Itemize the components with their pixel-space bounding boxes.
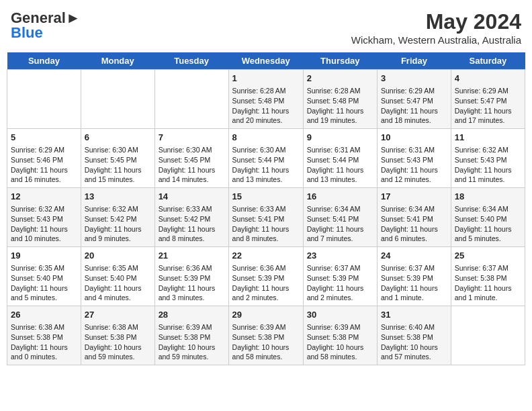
day-info: Sunrise: 6:35 AMSunset: 5:40 PMDaylight:…	[11, 263, 77, 303]
day-number: 10	[381, 132, 447, 144]
day-info: Sunrise: 6:33 AMSunset: 5:41 PMDaylight:…	[232, 204, 300, 244]
day-number: 25	[455, 250, 521, 262]
week-row-4: 19Sunrise: 6:35 AMSunset: 5:40 PMDayligh…	[7, 247, 525, 306]
table-cell: 2Sunrise: 6:28 AMSunset: 5:48 PMDaylight…	[303, 70, 377, 129]
logo: General► Blue	[11, 9, 81, 42]
day-info: Sunrise: 6:34 AMSunset: 5:40 PMDaylight:…	[455, 204, 521, 244]
day-info: Sunrise: 6:36 AMSunset: 5:39 PMDaylight:…	[159, 263, 225, 303]
table-cell: 7Sunrise: 6:30 AMSunset: 5:45 PMDaylight…	[154, 129, 228, 188]
day-number: 9	[307, 132, 373, 144]
table-cell	[81, 70, 154, 129]
day-number: 4	[455, 73, 521, 85]
day-info: Sunrise: 6:39 AMSunset: 5:38 PMDaylight:…	[159, 322, 225, 362]
table-cell: 1Sunrise: 6:28 AMSunset: 5:48 PMDaylight…	[228, 70, 303, 129]
table-cell: 18Sunrise: 6:34 AMSunset: 5:40 PMDayligh…	[451, 188, 525, 247]
day-info: Sunrise: 6:37 AMSunset: 5:39 PMDaylight:…	[381, 263, 447, 303]
day-info: Sunrise: 6:36 AMSunset: 5:39 PMDaylight:…	[232, 263, 300, 303]
day-number: 27	[85, 309, 151, 321]
day-number: 29	[232, 309, 300, 321]
header-friday: Friday	[378, 52, 451, 70]
week-row-1: 1Sunrise: 6:28 AMSunset: 5:48 PMDaylight…	[7, 70, 525, 129]
day-number: 8	[232, 132, 300, 144]
day-number: 21	[159, 250, 225, 262]
day-info: Sunrise: 6:28 AMSunset: 5:48 PMDaylight:…	[307, 86, 373, 126]
table-cell	[154, 70, 228, 129]
day-info: Sunrise: 6:35 AMSunset: 5:40 PMDaylight:…	[85, 263, 151, 303]
day-header-row: Sunday Monday Tuesday Wednesday Thursday…	[7, 52, 525, 70]
day-info: Sunrise: 6:38 AMSunset: 5:38 PMDaylight:…	[11, 322, 77, 362]
table-cell: 26Sunrise: 6:38 AMSunset: 5:38 PMDayligh…	[7, 306, 81, 365]
header-thursday: Thursday	[303, 52, 377, 70]
header-wednesday: Wednesday	[228, 52, 303, 70]
table-cell: 24Sunrise: 6:37 AMSunset: 5:39 PMDayligh…	[378, 247, 451, 306]
table-cell: 9Sunrise: 6:31 AMSunset: 5:44 PMDaylight…	[303, 129, 377, 188]
table-cell: 19Sunrise: 6:35 AMSunset: 5:40 PMDayligh…	[7, 247, 81, 306]
day-number: 24	[381, 250, 447, 262]
week-row-2: 5Sunrise: 6:29 AMSunset: 5:46 PMDaylight…	[7, 129, 525, 188]
day-number: 11	[455, 132, 521, 144]
day-info: Sunrise: 6:31 AMSunset: 5:44 PMDaylight:…	[307, 145, 373, 185]
day-number: 26	[11, 309, 77, 321]
table-cell: 13Sunrise: 6:32 AMSunset: 5:42 PMDayligh…	[81, 188, 154, 247]
day-number: 16	[307, 191, 373, 203]
day-number: 5	[11, 132, 77, 144]
week-row-3: 12Sunrise: 6:32 AMSunset: 5:43 PMDayligh…	[7, 188, 525, 247]
table-cell: 10Sunrise: 6:31 AMSunset: 5:43 PMDayligh…	[378, 129, 451, 188]
day-info: Sunrise: 6:32 AMSunset: 5:43 PMDaylight:…	[455, 145, 521, 185]
header-saturday: Saturday	[451, 52, 525, 70]
day-number: 23	[307, 250, 373, 262]
day-info: Sunrise: 6:39 AMSunset: 5:38 PMDaylight:…	[307, 322, 373, 362]
table-cell	[7, 70, 81, 129]
day-info: Sunrise: 6:32 AMSunset: 5:43 PMDaylight:…	[11, 204, 77, 244]
day-number: 30	[307, 309, 373, 321]
week-row-5: 26Sunrise: 6:38 AMSunset: 5:38 PMDayligh…	[7, 306, 525, 365]
day-info: Sunrise: 6:28 AMSunset: 5:48 PMDaylight:…	[232, 86, 300, 126]
day-info: Sunrise: 6:30 AMSunset: 5:45 PMDaylight:…	[85, 145, 151, 185]
table-cell: 22Sunrise: 6:36 AMSunset: 5:39 PMDayligh…	[228, 247, 303, 306]
day-number: 22	[232, 250, 300, 262]
day-number: 31	[381, 309, 447, 321]
day-number: 2	[307, 73, 373, 85]
calendar-subtitle: Wickham, Western Australia, Australia	[351, 34, 521, 46]
table-cell: 12Sunrise: 6:32 AMSunset: 5:43 PMDayligh…	[7, 188, 81, 247]
table-cell: 3Sunrise: 6:29 AMSunset: 5:47 PMDaylight…	[378, 70, 451, 129]
day-number: 6	[85, 132, 151, 144]
header-sunday: Sunday	[7, 52, 81, 70]
table-cell: 16Sunrise: 6:34 AMSunset: 5:41 PMDayligh…	[303, 188, 377, 247]
table-cell: 31Sunrise: 6:40 AMSunset: 5:38 PMDayligh…	[378, 306, 451, 365]
logo-subtext: Blue	[11, 24, 43, 42]
day-info: Sunrise: 6:34 AMSunset: 5:41 PMDaylight:…	[307, 204, 373, 244]
table-cell: 21Sunrise: 6:36 AMSunset: 5:39 PMDayligh…	[154, 247, 228, 306]
day-info: Sunrise: 6:32 AMSunset: 5:42 PMDaylight:…	[85, 204, 151, 244]
day-number: 1	[232, 73, 300, 85]
day-info: Sunrise: 6:37 AMSunset: 5:38 PMDaylight:…	[455, 263, 521, 303]
day-info: Sunrise: 6:33 AMSunset: 5:42 PMDaylight:…	[159, 204, 225, 244]
table-cell: 5Sunrise: 6:29 AMSunset: 5:46 PMDaylight…	[7, 129, 81, 188]
table-cell: 27Sunrise: 6:38 AMSunset: 5:38 PMDayligh…	[81, 306, 154, 365]
table-cell: 30Sunrise: 6:39 AMSunset: 5:38 PMDayligh…	[303, 306, 377, 365]
table-cell: 11Sunrise: 6:32 AMSunset: 5:43 PMDayligh…	[451, 129, 525, 188]
day-number: 28	[159, 309, 225, 321]
table-cell: 29Sunrise: 6:39 AMSunset: 5:38 PMDayligh…	[228, 306, 303, 365]
day-info: Sunrise: 6:34 AMSunset: 5:41 PMDaylight:…	[381, 204, 447, 244]
table-cell: 17Sunrise: 6:34 AMSunset: 5:41 PMDayligh…	[378, 188, 451, 247]
table-cell: 23Sunrise: 6:37 AMSunset: 5:39 PMDayligh…	[303, 247, 377, 306]
table-cell: 25Sunrise: 6:37 AMSunset: 5:38 PMDayligh…	[451, 247, 525, 306]
header-tuesday: Tuesday	[154, 52, 228, 70]
table-cell: 20Sunrise: 6:35 AMSunset: 5:40 PMDayligh…	[81, 247, 154, 306]
day-number: 18	[455, 191, 521, 203]
day-info: Sunrise: 6:29 AMSunset: 5:46 PMDaylight:…	[11, 145, 77, 185]
day-number: 14	[159, 191, 225, 203]
calendar-title: May 2024	[351, 9, 521, 34]
day-number: 20	[85, 250, 151, 262]
calendar-table: Sunday Monday Tuesday Wednesday Thursday…	[7, 52, 525, 365]
table-cell: 6Sunrise: 6:30 AMSunset: 5:45 PMDaylight…	[81, 129, 154, 188]
day-info: Sunrise: 6:40 AMSunset: 5:38 PMDaylight:…	[381, 322, 447, 362]
day-number: 3	[381, 73, 447, 85]
page-header: General► Blue May 2024 Wickham, Western …	[7, 7, 525, 48]
day-info: Sunrise: 6:30 AMSunset: 5:45 PMDaylight:…	[159, 145, 225, 185]
day-number: 17	[381, 191, 447, 203]
day-info: Sunrise: 6:29 AMSunset: 5:47 PMDaylight:…	[381, 86, 447, 126]
table-cell: 4Sunrise: 6:29 AMSunset: 5:47 PMDaylight…	[451, 70, 525, 129]
day-number: 7	[159, 132, 225, 144]
